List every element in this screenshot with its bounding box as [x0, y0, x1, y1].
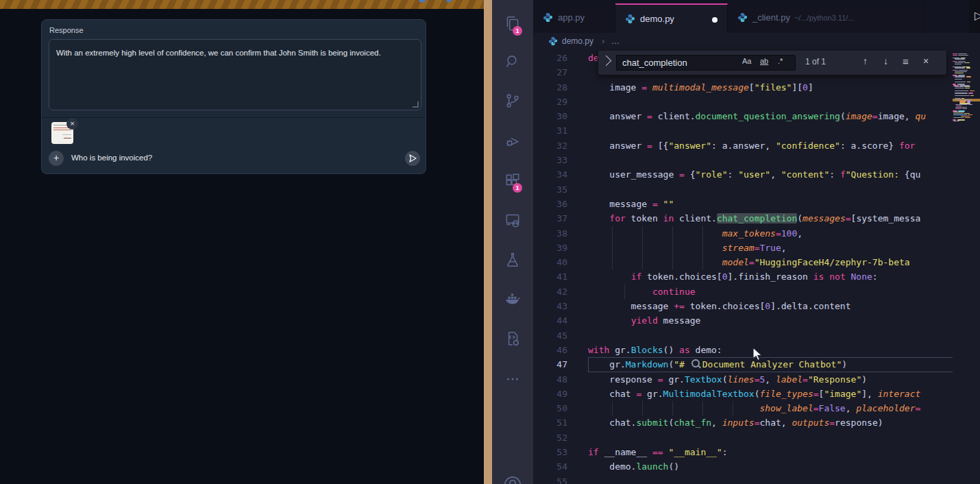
line-number[interactable]: 42 [533, 285, 588, 299]
code-line[interactable]: 49 chat = gr.MultimodalTextbox(file_type… [533, 387, 953, 401]
activity-explorer[interactable]: 1 [492, 7, 533, 43]
send-button[interactable] [405, 151, 420, 166]
activity-testing[interactable] [492, 243, 533, 278]
line-number[interactable]: 47 [533, 357, 588, 372]
code-line[interactable]: 46with gr.Blocks() as demo: [533, 343, 953, 357]
modified-dot-icon[interactable] [712, 17, 718, 23]
previous-match-button[interactable]: ↑ [863, 56, 868, 66]
code-line[interactable]: 35 [533, 182, 953, 197]
code-line[interactable]: 30 answer = client.document_question_ans… [533, 109, 953, 123]
activity-search[interactable] [492, 45, 533, 80]
line-number[interactable]: 43 [533, 299, 588, 313]
activity-run-debug[interactable] [492, 124, 533, 160]
code-text[interactable]: model="HuggingFaceH4/zephyr-7b-beta [588, 255, 953, 269]
code-line[interactable]: 53if __name__ == "__main__": [533, 445, 953, 459]
line-number[interactable]: 32 [533, 138, 588, 153]
code-text[interactable]: with gr.Blocks() as demo: [588, 343, 953, 357]
code-text[interactable]: show_label=False, placeholder= [588, 401, 953, 415]
line-number[interactable]: 51 [533, 415, 588, 430]
chat-message-input[interactable]: Who is being invoiced? [71, 154, 152, 162]
resize-handle[interactable] [412, 101, 419, 108]
code-text[interactable]: image = multimodal_message["files"][0] [588, 80, 953, 95]
response-textarea[interactable]: With an extremely high level of confiden… [49, 39, 421, 110]
code-text[interactable] [588, 474, 953, 484]
code-line[interactable]: 40 model="HuggingFaceH4/zephyr-7b-beta [533, 255, 953, 269]
code-text[interactable]: answer = [{"answer": a.answer, "confiden… [588, 138, 953, 153]
code-text[interactable]: yield message [588, 313, 953, 328]
code-text[interactable]: demo.launch() [588, 459, 953, 474]
code-text[interactable] [588, 95, 953, 109]
code-text[interactable]: answer = client.document_question_answer… [588, 109, 953, 123]
line-number[interactable]: 33 [533, 153, 588, 167]
line-number[interactable]: 49 [533, 387, 588, 401]
find-in-selection-button[interactable]: ≡ [903, 56, 909, 67]
code-line[interactable]: 43 message += token.choices[0].delta.con… [533, 299, 953, 313]
line-number[interactable]: 37 [533, 211, 588, 226]
code-line[interactable]: 51 chat.submit(chat_fn, inputs=chat, out… [533, 415, 953, 430]
code-text[interactable] [588, 182, 953, 197]
code-line[interactable]: 42 continue [533, 285, 953, 299]
code-line[interactable]: 44 yield message [533, 313, 953, 328]
close-find-button[interactable]: × [923, 56, 929, 66]
code-text[interactable]: message += token.choices[0].delta.conten… [588, 299, 953, 313]
code-line[interactable]: 52 [533, 431, 953, 445]
breadcrumb[interactable]: demo.py › … [533, 33, 980, 51]
find-input[interactable]: chat_completion [616, 55, 796, 71]
line-number[interactable]: 35 [533, 182, 588, 197]
activity-source-control[interactable] [492, 84, 533, 119]
line-number[interactable]: 54 [533, 459, 588, 474]
line-number[interactable]: 44 [533, 313, 588, 328]
tab-app-py[interactable]: app.py [533, 3, 615, 33]
minimap[interactable] [953, 51, 980, 484]
find-expand-chevron-icon[interactable] [601, 56, 612, 66]
code-text[interactable]: user_message = {"role": "user", "content… [588, 167, 953, 182]
tab-client-py[interactable]: _client.py~/.../python3.11/... [728, 3, 924, 33]
code-line[interactable]: 36 message = "" [533, 197, 953, 211]
code-line[interactable]: 28 image = multimodal_message["files"][0… [533, 80, 953, 95]
code-line[interactable]: 34 user_message = {"role": "user", "cont… [533, 167, 953, 182]
activity-extensions[interactable]: 1 [492, 164, 533, 199]
activity-docker[interactable] [492, 282, 533, 317]
activity-remote-explorer[interactable] [492, 203, 533, 239]
code-line[interactable]: 38 max_tokens=100, [533, 226, 953, 241]
remove-attachment-button[interactable]: × [66, 118, 78, 130]
code-line[interactable]: 32 answer = [{"answer": a.answer, "confi… [533, 138, 953, 153]
code-text[interactable] [588, 123, 953, 138]
code-line[interactable]: 55 [533, 474, 953, 484]
code-line[interactable]: 37 for token in client.chat_completion(m… [533, 211, 953, 226]
code-text[interactable]: message = "" [588, 197, 953, 211]
code-text[interactable]: chat = gr.MultimodalTextbox(file_types=[… [588, 387, 953, 401]
breadcrumb-symbol[interactable]: … [611, 36, 620, 46]
line-number[interactable]: 46 [533, 343, 588, 357]
multimodal-textbox[interactable]: × + Who is being invoiced? [42, 117, 426, 174]
tab-demo-py[interactable]: demo.py [615, 3, 728, 33]
code-text[interactable]: for token in client.chat_completion(mess… [588, 211, 953, 226]
match-case-toggle[interactable]: Aa [742, 57, 751, 65]
activity-cmake-tools[interactable] [492, 322, 533, 357]
code-line[interactable]: 41 if token.choices[0].finish_reason is … [533, 269, 953, 284]
line-number[interactable]: 30 [533, 109, 588, 123]
line-number[interactable]: 38 [533, 226, 588, 241]
line-number[interactable]: 40 [533, 255, 588, 269]
line-number[interactable]: 52 [533, 431, 588, 445]
code-text[interactable]: if __name__ == "__main__": [588, 445, 953, 459]
run-python-file-button[interactable]: ▷ [975, 9, 980, 22]
line-number[interactable]: 26 [533, 51, 588, 65]
line-number[interactable]: 50 [533, 401, 588, 415]
line-number[interactable]: 53 [533, 445, 588, 459]
code-line[interactable]: 54 demo.launch() [533, 459, 953, 474]
code-line[interactable]: 33 [533, 153, 953, 167]
whole-word-toggle[interactable]: ab [760, 57, 768, 65]
line-number[interactable]: 28 [533, 80, 588, 95]
code-text[interactable] [588, 153, 953, 167]
code-text[interactable]: chat.submit(chat_fn, inputs=chat, output… [588, 415, 953, 430]
code-text[interactable]: gr.Markdown("# Document Analyzer Chatbot… [588, 357, 953, 372]
code-text[interactable]: continue [588, 285, 953, 299]
line-number[interactable]: 39 [533, 241, 588, 255]
code-line[interactable]: 48 response = gr.Textbox(lines=5, label=… [533, 372, 953, 387]
line-number[interactable]: 45 [533, 328, 588, 343]
code-line[interactable]: 50 show_label=False, placeholder= [533, 401, 953, 415]
add-attachment-button[interactable]: + [49, 151, 64, 166]
browser-titlebar[interactable] [0, 0, 484, 9]
activity-more[interactable] [492, 362, 533, 398]
